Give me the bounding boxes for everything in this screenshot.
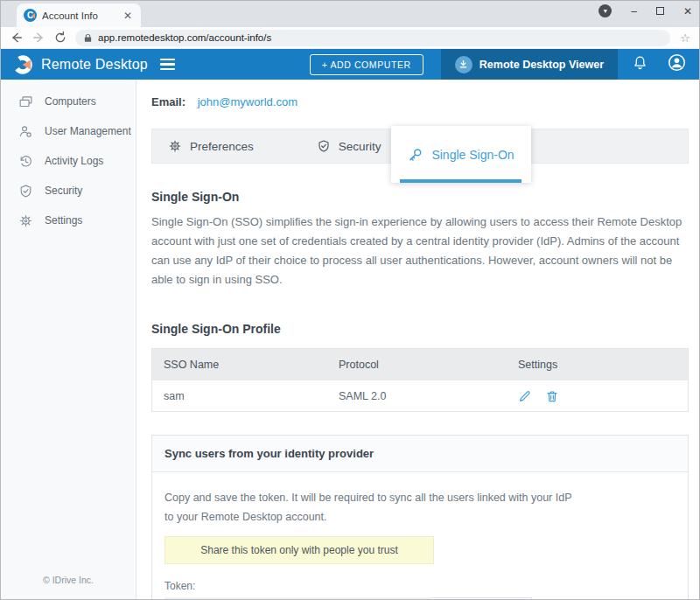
sidebar-item-settings[interactable]: Settings	[1, 206, 136, 235]
menu-hamburger-icon[interactable]	[160, 59, 175, 71]
window-minimize-button[interactable]: –	[631, 6, 637, 17]
sidebar-item-label: Activity Logs	[45, 155, 103, 167]
shield-icon	[317, 139, 331, 153]
viewer-button-label: Remote Desktop Viewer	[480, 59, 604, 71]
delete-icon[interactable]	[545, 389, 559, 403]
sync-description: Copy and save the token. It will be requ…	[164, 488, 583, 527]
browser-profile-icon[interactable]: ▾	[598, 4, 612, 17]
window-maximize-button[interactable]	[656, 7, 664, 15]
bookmark-star-icon[interactable]: ☆	[680, 31, 690, 45]
sidebar-item-computers[interactable]: Computers	[1, 87, 136, 116]
gear-icon	[18, 213, 33, 228]
email-value-link[interactable]: john@myworld.com	[198, 95, 298, 108]
copy-token-button[interactable]: Copy Token	[431, 597, 532, 599]
email-row: Email: john@myworld.com	[151, 95, 689, 108]
sidebar-item-user-management[interactable]: User Management	[1, 116, 136, 146]
table-row: sam SAML 2.0	[152, 380, 688, 411]
cell-protocol: SAML 2.0	[339, 390, 518, 402]
sync-users-panel: Sync users from your identity provider C…	[151, 435, 689, 599]
active-tab-underline	[400, 179, 522, 183]
computers-icon	[18, 94, 33, 109]
token-row: bb3b4425b222cb8bcb77 Copy Token Delete T…	[164, 597, 676, 599]
tab-single-sign-on[interactable]: Single Sign-On	[391, 126, 531, 183]
cell-sso-name: sam	[152, 390, 339, 402]
address-bar[interactable]: app.remotedesktop.com/account-info/s	[75, 30, 670, 46]
browser-tab-title: Account Info	[42, 10, 116, 21]
sidebar-item-label: Computers	[45, 95, 96, 108]
account-avatar-icon[interactable]	[662, 53, 699, 75]
sidebar-item-security[interactable]: Security	[1, 176, 136, 206]
main-content: Email: john@myworld.com Preferences Secu…	[136, 80, 699, 599]
back-icon[interactable]	[10, 31, 24, 45]
activity-logs-icon	[18, 154, 33, 169]
url-text: app.remotedesktop.com/account-info/s	[98, 32, 271, 43]
sso-section-heading: Single Sign-On	[151, 190, 689, 204]
sidebar-item-label: Settings	[45, 214, 82, 227]
tab-label: Preferences	[190, 140, 254, 153]
download-icon	[455, 56, 472, 73]
key-icon	[408, 147, 424, 163]
token-label: Token:	[164, 580, 676, 592]
table-header-row: SSO Name Protocol Settings	[152, 348, 688, 380]
column-header-protocol: Protocol	[339, 359, 518, 371]
browser-tab[interactable]: C Account Info ✕	[17, 3, 141, 27]
forward-icon[interactable]	[32, 31, 46, 45]
browser-toolbar: app.remotedesktop.com/account-info/s ☆	[1, 27, 699, 49]
sso-description: Single Sign-On (SSO) simplifies the sign…	[151, 213, 689, 290]
notifications-bell-icon[interactable]	[618, 55, 662, 73]
tab-label: Security	[339, 140, 382, 153]
tab-security[interactable]: Security	[317, 139, 382, 153]
remote-desktop-viewer-button[interactable]: Remote Desktop Viewer	[441, 49, 618, 80]
sso-profile-heading: Single Sign-On Profile	[151, 322, 689, 336]
tab-label: Single Sign-On	[431, 148, 514, 162]
sso-profile-table: SSO Name Protocol Settings sam SAML 2.0	[151, 348, 689, 412]
sidebar: Computers User Management Activity Logs …	[1, 80, 136, 599]
token-warning-note: Share this token only with people you tr…	[164, 536, 434, 564]
lock-icon	[83, 33, 93, 43]
brand-title: Remote Desktop	[41, 57, 148, 73]
app-header: Remote Desktop + ADD COMPUTER Remote Des…	[1, 49, 699, 80]
shield-icon	[18, 184, 33, 199]
add-computer-button[interactable]: + ADD COMPUTER	[310, 54, 424, 75]
sidebar-item-label: Security	[45, 185, 82, 197]
sync-panel-title: Sync users from your identity provider	[152, 436, 688, 472]
tab-close-icon[interactable]: ✕	[122, 10, 134, 22]
sidebar-item-label: User Management	[45, 125, 131, 137]
email-label: Email:	[151, 95, 186, 108]
user-management-icon	[18, 124, 33, 139]
edit-icon[interactable]	[518, 389, 532, 403]
window-close-button[interactable]: ✕	[683, 6, 692, 17]
sidebar-item-activity-logs[interactable]: Activity Logs	[1, 146, 136, 176]
column-header-sso-name: SSO Name	[152, 359, 339, 371]
remote-desktop-logo-icon	[12, 54, 33, 75]
copyright-text: © IDrive Inc.	[1, 575, 136, 585]
gear-icon	[168, 139, 182, 153]
site-favicon-icon: C	[24, 9, 37, 22]
reload-icon[interactable]	[53, 31, 67, 45]
token-value: bb3b4425b222cb8bcb77	[164, 597, 431, 599]
tab-preferences[interactable]: Preferences	[168, 139, 254, 153]
browser-tabstrip: C Account Info ✕ ▾ – ✕	[1, 1, 699, 27]
column-header-settings: Settings	[518, 359, 688, 371]
